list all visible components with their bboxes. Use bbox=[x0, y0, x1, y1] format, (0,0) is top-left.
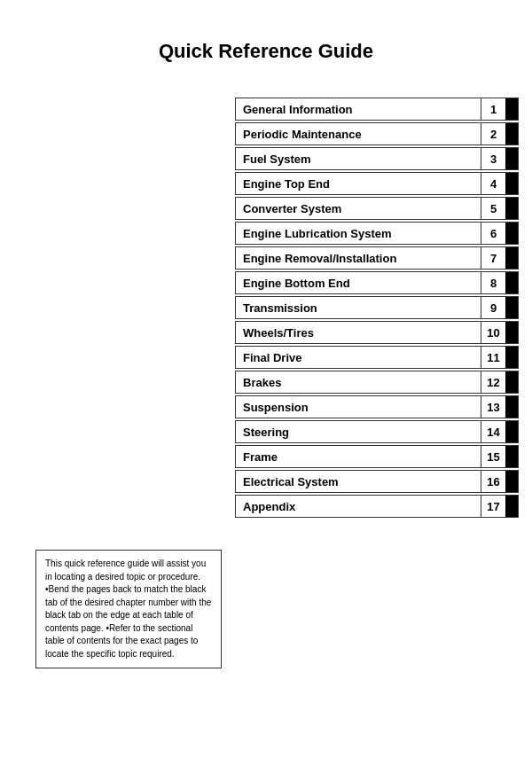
toc-item-label: Wheels/Tires bbox=[236, 326, 481, 340]
toc-item-number: 5 bbox=[481, 198, 505, 219]
toc-row[interactable]: Engine Bottom End8 bbox=[235, 271, 519, 294]
toc-item-label: Transmission bbox=[236, 301, 481, 315]
toc-item-number: 10 bbox=[481, 322, 505, 343]
toc-row[interactable]: Suspension13 bbox=[235, 395, 519, 418]
toc-black-tab bbox=[505, 496, 518, 517]
toc-black-tab bbox=[505, 471, 518, 492]
page-title: Quick Reference Guide bbox=[0, 0, 532, 90]
toc-item-label: Suspension bbox=[236, 401, 481, 414]
toc-item-number: 2 bbox=[481, 123, 505, 145]
toc-row[interactable]: Fuel System3 bbox=[235, 147, 519, 170]
toc-black-tab bbox=[505, 148, 518, 169]
toc-row[interactable]: Electrical System16 bbox=[235, 470, 519, 493]
toc-item-label: Final Drive bbox=[236, 351, 481, 364]
toc-black-tab bbox=[505, 247, 518, 269]
toc-item-number: 6 bbox=[481, 223, 505, 244]
toc-row[interactable]: Converter System5 bbox=[235, 197, 519, 220]
toc-item-number: 11 bbox=[481, 347, 505, 368]
toc-item-label: Periodic Maintenance bbox=[236, 128, 481, 141]
toc-row[interactable]: Appendix17 bbox=[235, 495, 519, 518]
toc-item-label: Engine Top End bbox=[236, 177, 481, 191]
toc-row[interactable]: Transmission9 bbox=[235, 296, 519, 319]
toc-item-number: 16 bbox=[481, 471, 505, 492]
toc-row[interactable]: Engine Removal/Installation7 bbox=[235, 246, 519, 270]
toc-row[interactable]: Engine Lubrication System6 bbox=[235, 222, 519, 245]
toc-item-number: 3 bbox=[481, 148, 505, 169]
toc-item-label: Engine Removal/Installation bbox=[236, 252, 481, 265]
toc-black-tab bbox=[505, 322, 518, 343]
toc-row[interactable]: Engine Top End4 bbox=[235, 172, 519, 195]
toc-item-number: 8 bbox=[481, 272, 505, 293]
toc-black-tab bbox=[505, 198, 518, 219]
toc-item-label: Electrical System bbox=[236, 475, 481, 488]
toc-row[interactable]: Final Drive11 bbox=[235, 346, 519, 369]
toc-item-number: 7 bbox=[481, 247, 505, 269]
toc-item-number: 9 bbox=[481, 297, 505, 318]
toc-item-number: 14 bbox=[481, 421, 505, 442]
toc-black-tab bbox=[505, 371, 518, 393]
toc-row[interactable]: Frame15 bbox=[235, 445, 519, 468]
toc-item-label: Brakes bbox=[236, 376, 481, 389]
toc-black-tab bbox=[505, 123, 518, 145]
toc-black-tab bbox=[505, 396, 518, 418]
toc-item-label: Converter System bbox=[236, 202, 481, 215]
toc-black-tab bbox=[505, 297, 518, 318]
toc-row[interactable]: General Information1 bbox=[235, 98, 519, 121]
toc-row[interactable]: Periodic Maintenance2 bbox=[235, 122, 519, 145]
toc-black-tab bbox=[505, 98, 518, 120]
toc-item-number: 4 bbox=[481, 173, 505, 194]
toc-black-tab bbox=[505, 347, 518, 368]
toc-row[interactable]: Wheels/Tires10 bbox=[235, 321, 519, 344]
toc-container: General Information1Periodic Maintenance… bbox=[235, 98, 519, 520]
toc-black-tab bbox=[505, 173, 518, 194]
toc-row[interactable]: Brakes12 bbox=[235, 371, 519, 394]
toc-item-number: 15 bbox=[481, 446, 505, 467]
toc-item-label: Appendix bbox=[236, 500, 481, 513]
toc-item-label: Frame bbox=[236, 450, 481, 464]
toc-item-number: 12 bbox=[481, 371, 505, 393]
toc-item-number: 13 bbox=[481, 396, 505, 418]
toc-black-tab bbox=[505, 446, 518, 467]
toc-black-tab bbox=[505, 421, 518, 442]
toc-black-tab bbox=[505, 272, 518, 293]
info-box: This quick reference guide will assist y… bbox=[35, 550, 222, 668]
toc-item-label: Fuel System bbox=[236, 152, 481, 166]
toc-row[interactable]: Steering14 bbox=[235, 420, 519, 443]
toc-item-label: General Information bbox=[236, 103, 481, 116]
page: Quick Reference Guide General Informatio… bbox=[0, 0, 532, 758]
toc-item-label: Steering bbox=[236, 426, 481, 439]
toc-item-number: 17 bbox=[481, 496, 505, 517]
toc-black-tab bbox=[505, 223, 518, 244]
toc-item-number: 1 bbox=[481, 98, 505, 120]
toc-item-label: Engine Lubrication System bbox=[236, 227, 481, 240]
toc-item-label: Engine Bottom End bbox=[236, 277, 481, 290]
